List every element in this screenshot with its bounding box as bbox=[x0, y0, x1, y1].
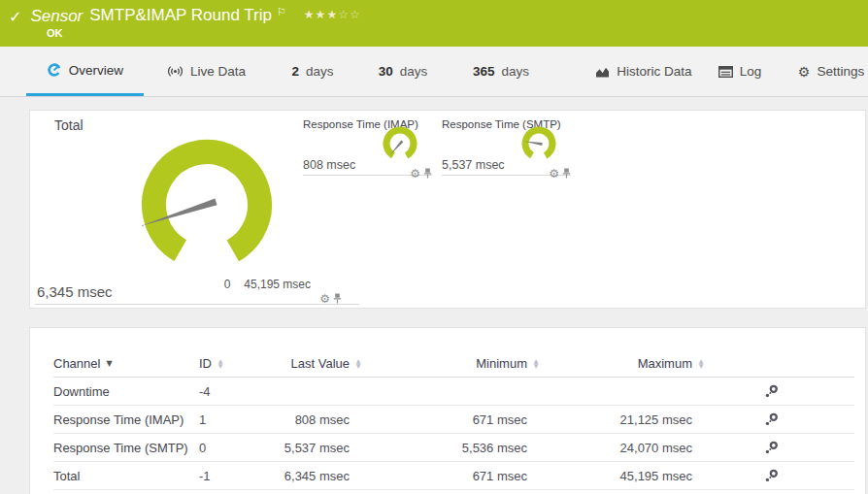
column-header-label: Maximum bbox=[638, 356, 692, 371]
prtg-sensor-page: { "colors": { "header_green": "#a9c21d",… bbox=[0, 0, 868, 494]
table-row-total: Total -1 6,345 msec 671 msec 45,195 msec bbox=[53, 462, 854, 490]
channel-minimum: 5,536 msec bbox=[363, 441, 541, 455]
object-kind-label: Sensor bbox=[30, 7, 83, 26]
tab-label: Settings bbox=[817, 64, 864, 79]
sort-icon: ▲▼ bbox=[531, 358, 541, 368]
sort-icon: ▲▼ bbox=[696, 358, 706, 368]
tab-bar: Overview Live Data 2 days 30 days 365 da… bbox=[0, 47, 868, 97]
channel-maximum: 24,070 msec bbox=[541, 441, 706, 455]
tab-number: 30 bbox=[379, 64, 393, 79]
channel-minimum: 671 msec bbox=[363, 469, 541, 483]
column-header-minimum[interactable]: Minimum ▲▼ bbox=[363, 356, 541, 371]
tab-log[interactable]: Log bbox=[707, 47, 773, 96]
channels-panel: Channel ▼ ID ▲▼ Last Value ▲▼ Minimum ▲▼… bbox=[29, 327, 866, 494]
gear-icon[interactable]: ⚙ bbox=[549, 169, 559, 179]
channel-id: 1 bbox=[199, 412, 257, 427]
table-row-smtp: Response Time (SMTP) 0 5,537 msec 5,536 … bbox=[53, 434, 854, 462]
live-icon bbox=[167, 65, 184, 78]
table-row-downtime: Downtime -4 bbox=[53, 378, 854, 406]
tab-2-days[interactable]: 2 days bbox=[280, 47, 346, 96]
gauge-icon bbox=[47, 62, 62, 78]
gauge-current-value: 5,537 msec bbox=[442, 158, 505, 172]
pin-icon[interactable] bbox=[333, 293, 342, 304]
status-check-icon: ✓ bbox=[9, 8, 21, 26]
tab-365-days[interactable]: 365 days bbox=[460, 47, 542, 96]
gauge-current-value: 6,345 msec bbox=[37, 283, 113, 300]
flag-icon[interactable]: ⚐ bbox=[277, 6, 286, 18]
sensor-title-row: ✓ Sensor SMTP&IMAP Round Trip ⚐ ★★★☆☆ bbox=[0, 0, 868, 26]
gear-icon[interactable]: ⚙ bbox=[410, 169, 420, 179]
gauges-panel: Total 6,345 msec 0 45,195 msec ⚙ Respons… bbox=[29, 110, 866, 309]
gauge-title: Total bbox=[54, 117, 83, 133]
status-badge: OK bbox=[47, 27, 63, 39]
gauge-actions: ⚙ bbox=[549, 168, 571, 179]
gauge-max-label: 45,195 msec bbox=[244, 278, 311, 291]
channel-last-value: 808 msec bbox=[257, 412, 363, 427]
channel-maximum: 21,125 msec bbox=[541, 412, 706, 427]
imap-gauge-card: Response Time (IMAP) 808 msec ⚙ bbox=[303, 118, 432, 176]
tab-overview[interactable]: Overview bbox=[26, 47, 144, 96]
channel-id: -4 bbox=[199, 384, 257, 399]
tab-label: Overview bbox=[69, 63, 123, 78]
tab-number: 2 bbox=[291, 64, 299, 79]
smtp-gauge bbox=[517, 122, 560, 165]
channel-name: Response Time (IMAP) bbox=[53, 412, 199, 427]
sensor-status-header: ✓ Sensor SMTP&IMAP Round Trip ⚐ ★★★☆☆ OK bbox=[0, 0, 868, 47]
channel-edit-icon[interactable] bbox=[764, 441, 779, 454]
stars-empty[interactable]: ☆☆ bbox=[338, 8, 361, 21]
tab-30-days[interactable]: 30 days bbox=[366, 47, 440, 96]
channel-edit-icon[interactable] bbox=[764, 412, 779, 426]
channel-name: Total bbox=[53, 469, 199, 483]
tab-historic-data[interactable]: Historic Data bbox=[589, 47, 698, 96]
gear-icon: ⚙ bbox=[798, 64, 811, 80]
column-header-id[interactable]: ID ▲▼ bbox=[199, 356, 257, 371]
channel-id: -1 bbox=[199, 469, 257, 483]
gauge-actions: ⚙ bbox=[410, 168, 432, 179]
tab-settings[interactable]: ⚙ Settings bbox=[794, 47, 868, 96]
tab-label: Log bbox=[740, 64, 762, 79]
gear-icon[interactable]: ⚙ bbox=[319, 294, 330, 304]
pin-icon[interactable] bbox=[423, 168, 432, 179]
channel-id: 0 bbox=[199, 441, 257, 455]
column-header-maximum[interactable]: Maximum ▲▼ bbox=[541, 356, 706, 371]
tab-label: days bbox=[502, 64, 530, 79]
table-row-imap: Response Time (IMAP) 1 808 msec 671 msec… bbox=[53, 406, 854, 434]
channels-table: Channel ▼ ID ▲▼ Last Value ▲▼ Minimum ▲▼… bbox=[41, 349, 854, 490]
tab-label: days bbox=[400, 64, 428, 79]
tab-number: 365 bbox=[473, 64, 495, 79]
tab-live-data[interactable]: Live Data bbox=[155, 47, 257, 96]
channel-minimum: 671 msec bbox=[363, 412, 541, 427]
stars-filled[interactable]: ★★★ bbox=[304, 8, 338, 21]
sort-icon: ▲▼ bbox=[216, 358, 225, 368]
channel-name: Downtime bbox=[53, 384, 199, 399]
channel-last-value: 5,537 msec bbox=[257, 441, 363, 455]
tab-label: days bbox=[306, 64, 334, 79]
channel-name: Response Time (SMTP) bbox=[53, 441, 199, 455]
column-header-label: Minimum bbox=[476, 356, 527, 371]
column-header-label: ID bbox=[199, 356, 212, 371]
gauge-actions: ⚙ bbox=[319, 293, 342, 304]
log-list-icon bbox=[718, 66, 733, 78]
channel-edit-icon[interactable] bbox=[764, 469, 779, 482]
channel-last-value: 6,345 msec bbox=[257, 469, 363, 483]
table-header-row: Channel ▼ ID ▲▼ Last Value ▲▼ Minimum ▲▼… bbox=[53, 349, 854, 378]
column-header-last-value[interactable]: Last Value ▲▼ bbox=[257, 356, 363, 371]
sorted-desc-icon: ▼ bbox=[106, 359, 112, 368]
tab-label: Live Data bbox=[190, 64, 246, 79]
gauge-current-value: 808 msec bbox=[303, 158, 355, 172]
channel-maximum: 45,195 msec bbox=[541, 469, 706, 483]
column-header-label: Channel bbox=[53, 356, 100, 371]
imap-gauge bbox=[379, 122, 421, 165]
smtp-gauge-card: Response Time (SMTP) 5,537 msec ⚙ bbox=[442, 118, 571, 176]
area-chart-icon bbox=[595, 65, 610, 78]
column-header-label: Last Value bbox=[291, 356, 350, 371]
sort-icon: ▲▼ bbox=[353, 358, 363, 368]
column-header-channel[interactable]: Channel ▼ bbox=[53, 356, 199, 371]
channel-edit-icon[interactable] bbox=[764, 384, 779, 398]
pin-icon[interactable] bbox=[562, 168, 571, 179]
priority-stars[interactable]: ★★★☆☆ bbox=[304, 8, 361, 21]
gauge-min-label: 0 bbox=[216, 278, 239, 291]
sensor-title: SMTP&IMAP Round Trip bbox=[89, 6, 272, 25]
tab-label: Historic Data bbox=[617, 64, 691, 79]
total-gauge bbox=[124, 122, 289, 287]
